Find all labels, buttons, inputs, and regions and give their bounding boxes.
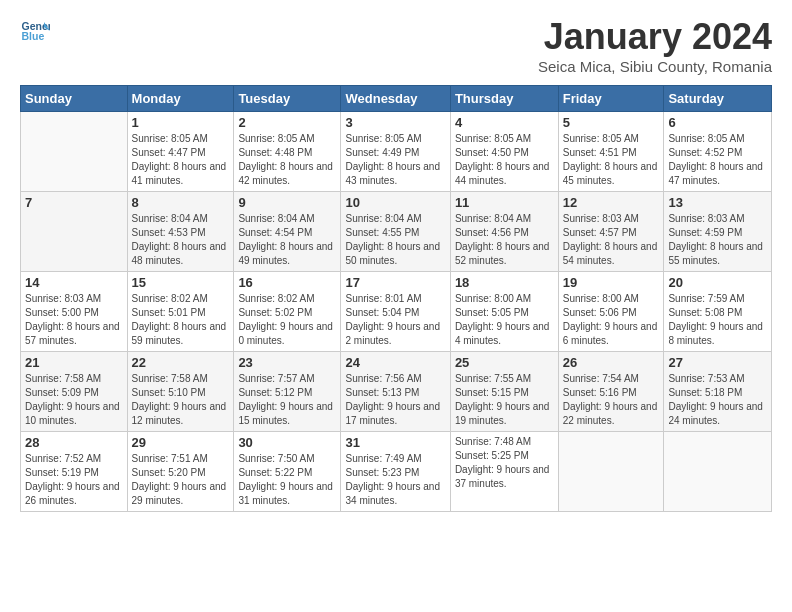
calendar-cell: 13Sunrise: 8:03 AM Sunset: 4:59 PM Dayli… [664, 192, 772, 272]
calendar-cell: 24Sunrise: 7:56 AM Sunset: 5:13 PM Dayli… [341, 352, 450, 432]
day-info: Sunrise: 7:49 AM Sunset: 5:23 PM Dayligh… [345, 452, 445, 508]
day-number: 30 [238, 435, 336, 450]
day-number: 14 [25, 275, 123, 290]
day-number: 18 [455, 275, 554, 290]
day-info: Sunrise: 7:53 AM Sunset: 5:18 PM Dayligh… [668, 372, 767, 428]
calendar-title: January 2024 [538, 16, 772, 58]
calendar-cell: 31Sunrise: 7:49 AM Sunset: 5:23 PM Dayli… [341, 432, 450, 512]
day-info: Sunrise: 8:01 AM Sunset: 5:04 PM Dayligh… [345, 292, 445, 348]
header-sunday: Sunday [21, 86, 128, 112]
calendar-cell: 5Sunrise: 8:05 AM Sunset: 4:51 PM Daylig… [558, 112, 664, 192]
week-row-5: 28Sunrise: 7:52 AM Sunset: 5:19 PM Dayli… [21, 432, 772, 512]
header-thursday: Thursday [450, 86, 558, 112]
day-number: 1 [132, 115, 230, 130]
day-info: Sunrise: 8:04 AM Sunset: 4:53 PM Dayligh… [132, 212, 230, 268]
calendar-cell: 14Sunrise: 8:03 AM Sunset: 5:00 PM Dayli… [21, 272, 128, 352]
calendar-cell: 15Sunrise: 8:02 AM Sunset: 5:01 PM Dayli… [127, 272, 234, 352]
header-friday: Friday [558, 86, 664, 112]
day-info: Sunrise: 8:05 AM Sunset: 4:48 PM Dayligh… [238, 132, 336, 188]
calendar-cell: 30Sunrise: 7:50 AM Sunset: 5:22 PM Dayli… [234, 432, 341, 512]
day-info: Sunrise: 7:48 AM Sunset: 5:25 PM Dayligh… [455, 435, 554, 491]
calendar-cell: 28Sunrise: 7:52 AM Sunset: 5:19 PM Dayli… [21, 432, 128, 512]
calendar-cell: 26Sunrise: 7:54 AM Sunset: 5:16 PM Dayli… [558, 352, 664, 432]
day-number: 20 [668, 275, 767, 290]
calendar-cell: 7 [21, 192, 128, 272]
day-number: 8 [132, 195, 230, 210]
day-info: Sunrise: 8:05 AM Sunset: 4:52 PM Dayligh… [668, 132, 767, 188]
day-info: Sunrise: 8:03 AM Sunset: 4:59 PM Dayligh… [668, 212, 767, 268]
calendar-cell: 20Sunrise: 7:59 AM Sunset: 5:08 PM Dayli… [664, 272, 772, 352]
day-number: 21 [25, 355, 123, 370]
day-info: Sunrise: 8:00 AM Sunset: 5:05 PM Dayligh… [455, 292, 554, 348]
day-info: Sunrise: 7:56 AM Sunset: 5:13 PM Dayligh… [345, 372, 445, 428]
day-info: Sunrise: 8:04 AM Sunset: 4:54 PM Dayligh… [238, 212, 336, 268]
calendar-cell: 6Sunrise: 8:05 AM Sunset: 4:52 PM Daylig… [664, 112, 772, 192]
calendar-cell: 19Sunrise: 8:00 AM Sunset: 5:06 PM Dayli… [558, 272, 664, 352]
day-number: 19 [563, 275, 660, 290]
week-row-2: 78Sunrise: 8:04 AM Sunset: 4:53 PM Dayli… [21, 192, 772, 272]
day-number: 3 [345, 115, 445, 130]
week-row-3: 14Sunrise: 8:03 AM Sunset: 5:00 PM Dayli… [21, 272, 772, 352]
calendar-cell: 8Sunrise: 8:04 AM Sunset: 4:53 PM Daylig… [127, 192, 234, 272]
day-info: Sunrise: 7:57 AM Sunset: 5:12 PM Dayligh… [238, 372, 336, 428]
calendar-cell: 12Sunrise: 8:03 AM Sunset: 4:57 PM Dayli… [558, 192, 664, 272]
days-header-row: Sunday Monday Tuesday Wednesday Thursday… [21, 86, 772, 112]
day-info: Sunrise: 8:03 AM Sunset: 4:57 PM Dayligh… [563, 212, 660, 268]
title-block: January 2024 Seica Mica, Sibiu County, R… [538, 16, 772, 75]
day-number: 29 [132, 435, 230, 450]
calendar-cell: 25Sunrise: 7:55 AM Sunset: 5:15 PM Dayli… [450, 352, 558, 432]
day-number: 27 [668, 355, 767, 370]
day-number: 6 [668, 115, 767, 130]
day-number: 7 [25, 195, 123, 210]
calendar-cell: 27Sunrise: 7:53 AM Sunset: 5:18 PM Dayli… [664, 352, 772, 432]
calendar-cell: 29Sunrise: 7:51 AM Sunset: 5:20 PM Dayli… [127, 432, 234, 512]
day-info: Sunrise: 7:58 AM Sunset: 5:09 PM Dayligh… [25, 372, 123, 428]
day-info: Sunrise: 7:51 AM Sunset: 5:20 PM Dayligh… [132, 452, 230, 508]
header-wednesday: Wednesday [341, 86, 450, 112]
day-number: 10 [345, 195, 445, 210]
calendar-cell [664, 432, 772, 512]
day-info: Sunrise: 7:55 AM Sunset: 5:15 PM Dayligh… [455, 372, 554, 428]
day-info: Sunrise: 8:03 AM Sunset: 5:00 PM Dayligh… [25, 292, 123, 348]
calendar-cell: 16Sunrise: 8:02 AM Sunset: 5:02 PM Dayli… [234, 272, 341, 352]
calendar-cell: 22Sunrise: 7:58 AM Sunset: 5:10 PM Dayli… [127, 352, 234, 432]
day-info: Sunrise: 8:05 AM Sunset: 4:47 PM Dayligh… [132, 132, 230, 188]
day-number: 5 [563, 115, 660, 130]
week-row-1: 1Sunrise: 8:05 AM Sunset: 4:47 PM Daylig… [21, 112, 772, 192]
day-info: Sunrise: 7:50 AM Sunset: 5:22 PM Dayligh… [238, 452, 336, 508]
day-number: 11 [455, 195, 554, 210]
header-saturday: Saturday [664, 86, 772, 112]
day-number: 22 [132, 355, 230, 370]
calendar-cell: 2Sunrise: 8:05 AM Sunset: 4:48 PM Daylig… [234, 112, 341, 192]
calendar-table: Sunday Monday Tuesday Wednesday Thursday… [20, 85, 772, 512]
calendar-cell: 4Sunrise: 8:05 AM Sunset: 4:50 PM Daylig… [450, 112, 558, 192]
day-info: Sunrise: 8:02 AM Sunset: 5:01 PM Dayligh… [132, 292, 230, 348]
day-info: Sunrise: 8:04 AM Sunset: 4:56 PM Dayligh… [455, 212, 554, 268]
header-tuesday: Tuesday [234, 86, 341, 112]
week-row-4: 21Sunrise: 7:58 AM Sunset: 5:09 PM Dayli… [21, 352, 772, 432]
day-number: 17 [345, 275, 445, 290]
day-info: Sunrise: 8:00 AM Sunset: 5:06 PM Dayligh… [563, 292, 660, 348]
day-info: Sunrise: 7:54 AM Sunset: 5:16 PM Dayligh… [563, 372, 660, 428]
calendar-cell: 11Sunrise: 8:04 AM Sunset: 4:56 PM Dayli… [450, 192, 558, 272]
day-number: 25 [455, 355, 554, 370]
calendar-cell: 23Sunrise: 7:57 AM Sunset: 5:12 PM Dayli… [234, 352, 341, 432]
day-number: 24 [345, 355, 445, 370]
day-info: Sunrise: 7:59 AM Sunset: 5:08 PM Dayligh… [668, 292, 767, 348]
day-info: Sunrise: 8:05 AM Sunset: 4:49 PM Dayligh… [345, 132, 445, 188]
calendar-cell [21, 112, 128, 192]
calendar-cell: 18Sunrise: 8:00 AM Sunset: 5:05 PM Dayli… [450, 272, 558, 352]
day-number: 23 [238, 355, 336, 370]
logo-icon: General Blue [20, 16, 50, 46]
day-number: 16 [238, 275, 336, 290]
header-monday: Monday [127, 86, 234, 112]
calendar-cell: 10Sunrise: 8:04 AM Sunset: 4:55 PM Dayli… [341, 192, 450, 272]
day-number: 15 [132, 275, 230, 290]
day-info: Sunrise: 7:58 AM Sunset: 5:10 PM Dayligh… [132, 372, 230, 428]
calendar-cell: 1Sunrise: 8:05 AM Sunset: 4:47 PM Daylig… [127, 112, 234, 192]
page: General Blue January 2024 Seica Mica, Si… [0, 0, 792, 612]
day-number: 31 [345, 435, 445, 450]
calendar-cell: 3Sunrise: 8:05 AM Sunset: 4:49 PM Daylig… [341, 112, 450, 192]
calendar-subtitle: Seica Mica, Sibiu County, Romania [538, 58, 772, 75]
day-number: 13 [668, 195, 767, 210]
